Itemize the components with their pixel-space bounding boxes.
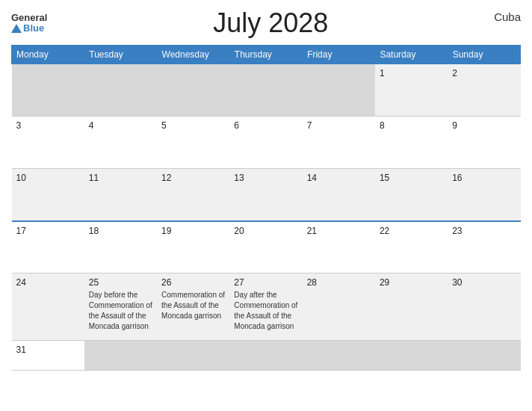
header-saturday: Saturday [375, 46, 448, 64]
day-cell-19: 19 [157, 221, 229, 274]
page: General Blue July 2028 Cuba Monday Tuesd… [0, 0, 532, 411]
day-cell-3: 3 [12, 117, 84, 169]
day-number: 22 [380, 226, 443, 236]
day-number: 21 [307, 226, 371, 236]
calendar: Monday Tuesday Wednesday Thursday Friday… [11, 45, 521, 371]
header-monday: Monday [12, 46, 84, 64]
day-number: 26 [161, 277, 225, 288]
day-cell-9: 9 [448, 117, 520, 169]
day-cell-27: 27 Day after the Commemoration of the As… [229, 274, 302, 341]
day-number: 30 [452, 277, 516, 288]
day-number: 31 [16, 344, 80, 355]
day-number: 7 [307, 120, 371, 131]
day-cell [448, 341, 520, 371]
header-wednesday: Wednesday [157, 46, 229, 64]
day-cell-8: 8 [375, 117, 448, 169]
header-friday: Friday [303, 46, 375, 64]
day-number: 14 [307, 173, 371, 183]
day-cell-20: 20 [229, 221, 302, 274]
day-cell [229, 341, 302, 371]
logo-blue-text: Blue [11, 23, 44, 34]
day-number: 19 [161, 226, 225, 236]
day-number: 28 [307, 277, 371, 288]
day-cell-7: 7 [303, 117, 375, 169]
day-number: 1 [380, 68, 443, 78]
month-title: July 2028 [47, 7, 494, 39]
week-row-2: 3 4 5 6 7 8 9 [12, 117, 521, 169]
logo-general-text: General [11, 13, 47, 23]
day-cell-13: 13 [229, 169, 302, 221]
day-cell-24: 24 [12, 274, 84, 341]
day-cell-2: 2 [448, 64, 520, 117]
day-cell [375, 341, 448, 371]
week-row-1: 1 2 [12, 64, 521, 117]
day-number: 5 [161, 120, 225, 131]
week-row-3: 10 11 12 13 14 15 16 [12, 169, 521, 221]
header-sunday: Sunday [448, 46, 520, 64]
day-cell [84, 341, 157, 371]
day-cell [12, 64, 84, 117]
day-cell [229, 64, 302, 117]
day-cell [303, 64, 375, 117]
day-number: 13 [234, 173, 297, 183]
day-cell [84, 64, 157, 117]
day-cell [157, 341, 229, 371]
header-tuesday: Tuesday [84, 46, 157, 64]
day-cell-21: 21 [303, 221, 375, 274]
day-cell-16: 16 [448, 169, 520, 221]
day-cell-11: 11 [84, 169, 157, 221]
day-number: 4 [89, 120, 152, 131]
event-text: Day after the Commemoration of the Assau… [234, 291, 297, 330]
event-text: Commemoration of the Assault of the Monc… [161, 291, 225, 320]
calendar-header: Monday Tuesday Wednesday Thursday Friday… [12, 46, 521, 64]
day-cell-5: 5 [157, 117, 229, 169]
header-thursday: Thursday [229, 46, 302, 64]
day-number: 25 [89, 277, 152, 288]
day-cell-18: 18 [84, 221, 157, 274]
day-number: 17 [16, 226, 80, 236]
day-cell-31: 31 [12, 341, 84, 371]
day-cell-29: 29 [375, 274, 448, 341]
day-cell-30: 30 [448, 274, 520, 341]
week-row-6: 31 [12, 341, 521, 371]
logo-triangle-icon [11, 24, 22, 33]
day-cell-15: 15 [375, 169, 448, 221]
week-row-4: 17 18 19 20 21 22 23 [12, 221, 521, 274]
country-label: Cuba [494, 10, 521, 23]
day-cell-6: 6 [229, 117, 302, 169]
day-cell-4: 4 [84, 117, 157, 169]
day-cell [303, 341, 375, 371]
day-number: 12 [161, 173, 225, 183]
day-number: 10 [16, 173, 80, 183]
day-number: 24 [16, 277, 80, 288]
day-number: 8 [380, 120, 443, 131]
day-cell-12: 12 [157, 169, 229, 221]
event-text: Day before the Commemoration of the Assa… [89, 291, 152, 330]
day-number: 6 [234, 120, 297, 131]
day-number: 23 [452, 226, 516, 236]
day-cell-17: 17 [12, 221, 84, 274]
day-number: 11 [89, 173, 152, 183]
day-number: 27 [234, 277, 297, 288]
day-cell-22: 22 [375, 221, 448, 274]
day-cell-23: 23 [448, 221, 520, 274]
day-number: 9 [452, 120, 516, 131]
day-number: 20 [234, 226, 297, 236]
day-cell-10: 10 [12, 169, 84, 221]
weekday-header-row: Monday Tuesday Wednesday Thursday Friday… [12, 46, 521, 64]
day-number: 18 [89, 226, 152, 236]
day-cell-26: 26 Commemoration of the Assault of the M… [157, 274, 229, 341]
day-cell-1: 1 [375, 64, 448, 117]
logo: General Blue [11, 13, 47, 34]
day-cell-25: 25 Day before the Commemoration of the A… [84, 274, 157, 341]
day-number: 29 [380, 277, 443, 288]
day-number: 2 [452, 68, 516, 78]
day-cell-28: 28 [303, 274, 375, 341]
week-row-5: 24 25 Day before the Commemoration of th… [12, 274, 521, 341]
header: General Blue July 2028 Cuba [11, 7, 521, 39]
day-cell [157, 64, 229, 117]
day-number: 15 [380, 173, 443, 183]
day-cell-14: 14 [303, 169, 375, 221]
day-number: 3 [16, 120, 80, 131]
calendar-body: 1 2 3 4 5 6 7 8 9 10 11 12 13 14 15 16 [12, 64, 521, 371]
